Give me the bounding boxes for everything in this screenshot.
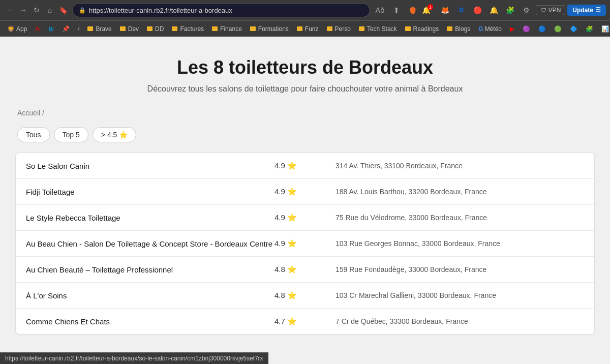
folder-icon	[327, 26, 332, 31]
menu-icon: ☰	[595, 7, 601, 14]
listing-row[interactable]: Fidji Toilettage 4.9 ⭐ 188 Av. Louis Bar…	[16, 179, 594, 205]
bookmark-ext2[interactable]: 🔵	[535, 24, 549, 34]
bookmark-ext6[interactable]: 📊	[598, 24, 610, 34]
notification-button[interactable]: 🔔 1	[422, 3, 436, 17]
ext-icon: 🟣	[523, 25, 530, 33]
folder-icon	[447, 26, 452, 31]
bookmark-ext-icons[interactable]: 🟣	[520, 24, 533, 34]
translate-button[interactable]: Aǒ	[373, 3, 387, 17]
listing-row[interactable]: Au Beau Chien - Salon De Toilettage & Co…	[16, 231, 594, 257]
folder-icon	[120, 26, 126, 31]
bookmark-ext5[interactable]: 🧩	[583, 24, 596, 34]
ext3-icon: 🟢	[554, 25, 562, 33]
shield-icon: 🛡	[540, 7, 546, 14]
bookmark-button[interactable]: 🔖	[57, 4, 69, 16]
breadcrumb: Accueil /	[17, 109, 595, 117]
filter-buttons: Tous Top 5 > 4.5 ⭐	[17, 127, 595, 142]
bookmark-dev[interactable]: Dev	[117, 24, 142, 34]
reload-button[interactable]: ↻	[30, 4, 43, 16]
vpn-button[interactable]: 🛡 VPN	[536, 5, 566, 15]
filter-top5[interactable]: Top 5	[54, 127, 88, 142]
page-subtitle: Découvrez tous les salons de toilettage …	[15, 84, 595, 94]
share-button[interactable]: ⬆	[389, 3, 404, 17]
listing-address: 75 Rue du Vélodrome, 33000 Bordeaux, Fra…	[336, 214, 584, 222]
adobe-icon: Ai	[35, 25, 41, 33]
page-header: Les 8 toiletteurs de Bordeaux Découvrez …	[15, 57, 595, 94]
listing-address: 103 Rue Georges Bonnac, 33000 Bordeaux, …	[336, 239, 584, 248]
bookmark-youtube[interactable]: ▶	[507, 24, 517, 34]
pin-icon: 📌	[62, 25, 70, 33]
listing-row[interactable]: So Le Salon Canin 4.9 ⭐ 314 Av. Thiers, …	[16, 153, 594, 179]
folder-icon	[297, 26, 302, 31]
listing-row[interactable]: À L'or Soins 4.8 ⭐ 103 Cr Marechal Galli…	[16, 283, 594, 309]
slash-icon: /	[78, 25, 79, 33]
update-button[interactable]: Update ☰	[567, 5, 606, 16]
listing-row[interactable]: Le Style Rebecca Toilettage 4.9 ⭐ 75 Rue…	[16, 205, 594, 231]
bookmark-techstack[interactable]: Tech Stack	[356, 24, 400, 34]
bookmark-app[interactable]: 🦁 App	[4, 24, 30, 34]
listing-address: 103 Cr Marechal Gallieni, 33000 Bordeaux…	[336, 291, 584, 299]
folder-icon	[405, 26, 411, 31]
bookmark-readings[interactable]: Readings	[402, 24, 442, 34]
folder-icon	[172, 26, 177, 31]
folder-icon	[87, 26, 93, 31]
listing-name: À L'or Soins	[26, 291, 274, 300]
browser-toolbar: ← → ↻ ⌂ 🔖 🔒 https://toiletteur-canin.rb2…	[0, 0, 610, 20]
listing-rating: 4.9 ⭐	[274, 187, 336, 196]
ext5-icon: 🧩	[586, 25, 593, 33]
bookmark-dd[interactable]: DD	[144, 24, 167, 34]
ext2-icon: 🔵	[538, 25, 546, 33]
filter-tous[interactable]: Tous	[17, 127, 50, 142]
bookmark-slash[interactable]: /	[75, 24, 82, 34]
app-icon: 🦁	[7, 25, 15, 33]
bookmark-funz[interactable]: Funz	[294, 24, 322, 34]
ext3-button[interactable]: 🧩	[503, 3, 517, 17]
back-button[interactable]: ←	[4, 4, 16, 16]
ext6-icon: 📊	[601, 25, 609, 33]
bookmark-ext3[interactable]: 🟢	[551, 24, 565, 34]
nav-buttons: ← → ↻ ⌂ 🔖	[4, 4, 69, 16]
ext4-icon: 🔷	[570, 25, 577, 33]
bookmark-adobe[interactable]: Ai	[32, 24, 44, 34]
listing-row[interactable]: Comme Chiens Et Chats 4.7 ⭐ 7 Cr de Québ…	[16, 309, 594, 334]
settings-button[interactable]: ⚙	[520, 3, 534, 17]
browser-chrome: ← → ↻ ⌂ 🔖 🔒 https://toiletteur-canin.rb2…	[0, 0, 610, 37]
ext2-button[interactable]: 🔔	[487, 3, 501, 17]
browser-actions: Aǒ ⬆ 🔔 1 🦊 D 🔴 🔔 🧩 ⚙ 🛡 VPN Update ☰	[373, 3, 606, 17]
page-title: Les 8 toiletteurs de Bordeaux	[15, 57, 595, 78]
metamask-button[interactable]: 🦊	[438, 3, 452, 17]
listing-address: 314 Av. Thiers, 33100 Bordeaux, France	[336, 162, 584, 170]
folder-icon	[359, 26, 364, 31]
bookmark-perso[interactable]: Perso	[324, 24, 354, 34]
bookmark-ext4[interactable]: 🔷	[567, 24, 581, 34]
ext1-button[interactable]: 🔴	[471, 3, 485, 17]
bookmark-formations[interactable]: Formations	[247, 24, 292, 34]
listing-name: Au Beau Chien - Salon De Toilettage & Co…	[26, 239, 274, 248]
home-button[interactable]: ⌂	[44, 4, 56, 16]
listing-name: Au Chien Beauté – Toilettage Professionn…	[26, 265, 274, 274]
filter-rating[interactable]: > 4.5 ⭐	[93, 127, 136, 142]
address-bar[interactable]: 🔒 https://toiletteur-canin.rb2.fr/toilet…	[72, 3, 370, 17]
bookmark-meteo[interactable]: G Météo	[475, 24, 505, 34]
listing-rating: 4.9 ⭐	[274, 161, 336, 170]
status-url: https://toiletteur-canin.rb2.fr/toilette…	[5, 355, 263, 362]
listing-address: 188 Av. Louis Barthou, 33200 Bordeaux, F…	[336, 188, 584, 196]
youtube-icon: ▶	[510, 25, 514, 33]
brave-icon-button[interactable]	[406, 3, 420, 17]
listing-name: So Le Salon Canin	[26, 162, 274, 170]
bookmarks-bar: 🦁 App Ai ⊞ 📌 / Brave Dev DD Factures	[0, 20, 610, 37]
bookmark-factures[interactable]: Factures	[169, 24, 207, 34]
bookmark-ms[interactable]: ⊞	[46, 24, 57, 34]
bookmark-brave[interactable]: Brave	[84, 24, 114, 34]
listing-row[interactable]: Au Chien Beauté – Toilettage Professionn…	[16, 257, 594, 283]
bookmark-pin[interactable]: 📌	[59, 24, 73, 34]
listings-table: So Le Salon Canin 4.9 ⭐ 314 Av. Thiers, …	[15, 153, 595, 335]
bookmark-blogs[interactable]: Blogs	[444, 24, 473, 34]
lock-icon: 🔒	[79, 7, 86, 14]
listing-rating: 4.8 ⭐	[274, 265, 336, 274]
dashlane-button[interactable]: D	[454, 3, 469, 17]
status-bar: https://toiletteur-canin.rb2.fr/toilette…	[0, 352, 268, 364]
forward-button[interactable]: →	[17, 4, 29, 16]
bookmark-finance[interactable]: Finance	[209, 24, 245, 34]
listing-name: Le Style Rebecca Toilettage	[26, 214, 274, 222]
